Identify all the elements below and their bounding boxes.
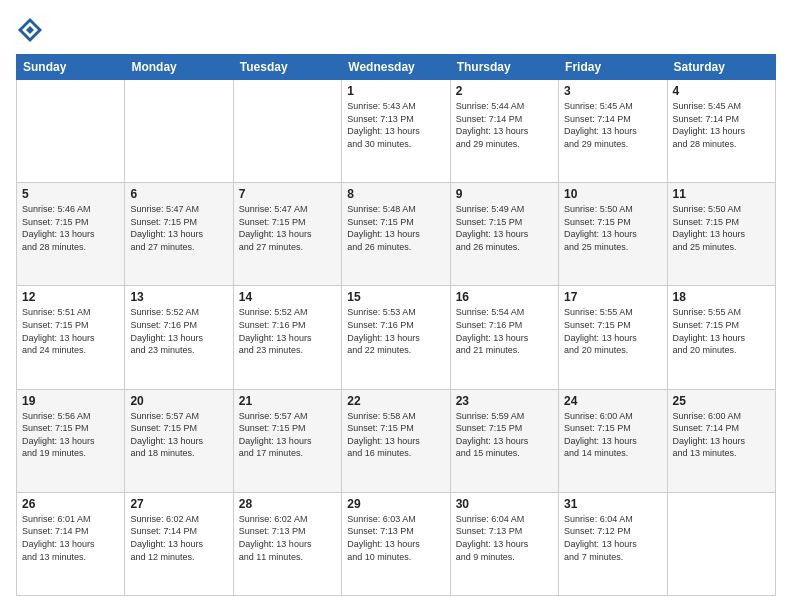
day-info: Sunrise: 5:47 AM Sunset: 7:15 PM Dayligh… xyxy=(239,203,336,253)
weekday-header-monday: Monday xyxy=(125,55,233,80)
calendar-cell: 21Sunrise: 5:57 AM Sunset: 7:15 PM Dayli… xyxy=(233,389,341,492)
day-number: 19 xyxy=(22,394,119,408)
logo-icon xyxy=(16,16,44,44)
week-row-5: 26Sunrise: 6:01 AM Sunset: 7:14 PM Dayli… xyxy=(17,492,776,595)
calendar-cell: 27Sunrise: 6:02 AM Sunset: 7:14 PM Dayli… xyxy=(125,492,233,595)
day-info: Sunrise: 5:59 AM Sunset: 7:15 PM Dayligh… xyxy=(456,410,553,460)
weekday-header-sunday: Sunday xyxy=(17,55,125,80)
calendar-cell: 1Sunrise: 5:43 AM Sunset: 7:13 PM Daylig… xyxy=(342,80,450,183)
page: SundayMondayTuesdayWednesdayThursdayFrid… xyxy=(0,0,792,612)
day-info: Sunrise: 6:03 AM Sunset: 7:13 PM Dayligh… xyxy=(347,513,444,563)
day-info: Sunrise: 6:04 AM Sunset: 7:12 PM Dayligh… xyxy=(564,513,661,563)
calendar-cell: 25Sunrise: 6:00 AM Sunset: 7:14 PM Dayli… xyxy=(667,389,775,492)
calendar-cell xyxy=(667,492,775,595)
day-number: 11 xyxy=(673,187,770,201)
calendar-cell: 16Sunrise: 5:54 AM Sunset: 7:16 PM Dayli… xyxy=(450,286,558,389)
calendar-cell: 22Sunrise: 5:58 AM Sunset: 7:15 PM Dayli… xyxy=(342,389,450,492)
calendar-cell: 15Sunrise: 5:53 AM Sunset: 7:16 PM Dayli… xyxy=(342,286,450,389)
weekday-header-row: SundayMondayTuesdayWednesdayThursdayFrid… xyxy=(17,55,776,80)
calendar-cell xyxy=(233,80,341,183)
day-info: Sunrise: 6:01 AM Sunset: 7:14 PM Dayligh… xyxy=(22,513,119,563)
calendar-cell: 10Sunrise: 5:50 AM Sunset: 7:15 PM Dayli… xyxy=(559,183,667,286)
day-number: 12 xyxy=(22,290,119,304)
calendar-cell: 2Sunrise: 5:44 AM Sunset: 7:14 PM Daylig… xyxy=(450,80,558,183)
calendar: SundayMondayTuesdayWednesdayThursdayFrid… xyxy=(16,54,776,596)
day-info: Sunrise: 5:55 AM Sunset: 7:15 PM Dayligh… xyxy=(673,306,770,356)
day-number: 16 xyxy=(456,290,553,304)
day-info: Sunrise: 6:00 AM Sunset: 7:15 PM Dayligh… xyxy=(564,410,661,460)
day-number: 30 xyxy=(456,497,553,511)
week-row-4: 19Sunrise: 5:56 AM Sunset: 7:15 PM Dayli… xyxy=(17,389,776,492)
calendar-cell: 6Sunrise: 5:47 AM Sunset: 7:15 PM Daylig… xyxy=(125,183,233,286)
day-info: Sunrise: 5:53 AM Sunset: 7:16 PM Dayligh… xyxy=(347,306,444,356)
day-number: 18 xyxy=(673,290,770,304)
day-info: Sunrise: 5:45 AM Sunset: 7:14 PM Dayligh… xyxy=(673,100,770,150)
day-info: Sunrise: 5:43 AM Sunset: 7:13 PM Dayligh… xyxy=(347,100,444,150)
day-number: 6 xyxy=(130,187,227,201)
calendar-cell xyxy=(125,80,233,183)
day-info: Sunrise: 5:46 AM Sunset: 7:15 PM Dayligh… xyxy=(22,203,119,253)
calendar-cell: 20Sunrise: 5:57 AM Sunset: 7:15 PM Dayli… xyxy=(125,389,233,492)
day-number: 1 xyxy=(347,84,444,98)
weekday-header-tuesday: Tuesday xyxy=(233,55,341,80)
day-number: 23 xyxy=(456,394,553,408)
calendar-cell: 30Sunrise: 6:04 AM Sunset: 7:13 PM Dayli… xyxy=(450,492,558,595)
calendar-cell: 19Sunrise: 5:56 AM Sunset: 7:15 PM Dayli… xyxy=(17,389,125,492)
day-number: 8 xyxy=(347,187,444,201)
calendar-cell: 9Sunrise: 5:49 AM Sunset: 7:15 PM Daylig… xyxy=(450,183,558,286)
week-row-2: 5Sunrise: 5:46 AM Sunset: 7:15 PM Daylig… xyxy=(17,183,776,286)
weekday-header-thursday: Thursday xyxy=(450,55,558,80)
day-number: 26 xyxy=(22,497,119,511)
week-row-1: 1Sunrise: 5:43 AM Sunset: 7:13 PM Daylig… xyxy=(17,80,776,183)
calendar-cell xyxy=(17,80,125,183)
day-number: 31 xyxy=(564,497,661,511)
day-info: Sunrise: 6:04 AM Sunset: 7:13 PM Dayligh… xyxy=(456,513,553,563)
calendar-cell: 29Sunrise: 6:03 AM Sunset: 7:13 PM Dayli… xyxy=(342,492,450,595)
day-number: 5 xyxy=(22,187,119,201)
day-number: 3 xyxy=(564,84,661,98)
calendar-cell: 7Sunrise: 5:47 AM Sunset: 7:15 PM Daylig… xyxy=(233,183,341,286)
calendar-cell: 11Sunrise: 5:50 AM Sunset: 7:15 PM Dayli… xyxy=(667,183,775,286)
day-number: 15 xyxy=(347,290,444,304)
day-number: 17 xyxy=(564,290,661,304)
day-number: 29 xyxy=(347,497,444,511)
day-info: Sunrise: 5:44 AM Sunset: 7:14 PM Dayligh… xyxy=(456,100,553,150)
day-info: Sunrise: 6:02 AM Sunset: 7:13 PM Dayligh… xyxy=(239,513,336,563)
day-number: 7 xyxy=(239,187,336,201)
day-info: Sunrise: 5:50 AM Sunset: 7:15 PM Dayligh… xyxy=(673,203,770,253)
calendar-cell: 3Sunrise: 5:45 AM Sunset: 7:14 PM Daylig… xyxy=(559,80,667,183)
day-info: Sunrise: 5:57 AM Sunset: 7:15 PM Dayligh… xyxy=(130,410,227,460)
day-number: 13 xyxy=(130,290,227,304)
calendar-cell: 13Sunrise: 5:52 AM Sunset: 7:16 PM Dayli… xyxy=(125,286,233,389)
day-number: 4 xyxy=(673,84,770,98)
day-number: 21 xyxy=(239,394,336,408)
week-row-3: 12Sunrise: 5:51 AM Sunset: 7:15 PM Dayli… xyxy=(17,286,776,389)
day-number: 24 xyxy=(564,394,661,408)
calendar-cell: 23Sunrise: 5:59 AM Sunset: 7:15 PM Dayli… xyxy=(450,389,558,492)
day-info: Sunrise: 5:45 AM Sunset: 7:14 PM Dayligh… xyxy=(564,100,661,150)
weekday-header-friday: Friday xyxy=(559,55,667,80)
day-number: 27 xyxy=(130,497,227,511)
day-number: 28 xyxy=(239,497,336,511)
day-info: Sunrise: 5:49 AM Sunset: 7:15 PM Dayligh… xyxy=(456,203,553,253)
day-info: Sunrise: 5:54 AM Sunset: 7:16 PM Dayligh… xyxy=(456,306,553,356)
day-info: Sunrise: 5:48 AM Sunset: 7:15 PM Dayligh… xyxy=(347,203,444,253)
day-info: Sunrise: 5:57 AM Sunset: 7:15 PM Dayligh… xyxy=(239,410,336,460)
weekday-header-saturday: Saturday xyxy=(667,55,775,80)
day-info: Sunrise: 5:58 AM Sunset: 7:15 PM Dayligh… xyxy=(347,410,444,460)
day-info: Sunrise: 5:51 AM Sunset: 7:15 PM Dayligh… xyxy=(22,306,119,356)
calendar-cell: 14Sunrise: 5:52 AM Sunset: 7:16 PM Dayli… xyxy=(233,286,341,389)
header xyxy=(16,16,776,44)
calendar-cell: 26Sunrise: 6:01 AM Sunset: 7:14 PM Dayli… xyxy=(17,492,125,595)
calendar-cell: 5Sunrise: 5:46 AM Sunset: 7:15 PM Daylig… xyxy=(17,183,125,286)
day-info: Sunrise: 6:02 AM Sunset: 7:14 PM Dayligh… xyxy=(130,513,227,563)
day-number: 10 xyxy=(564,187,661,201)
calendar-cell: 18Sunrise: 5:55 AM Sunset: 7:15 PM Dayli… xyxy=(667,286,775,389)
calendar-cell: 24Sunrise: 6:00 AM Sunset: 7:15 PM Dayli… xyxy=(559,389,667,492)
day-info: Sunrise: 5:55 AM Sunset: 7:15 PM Dayligh… xyxy=(564,306,661,356)
day-number: 9 xyxy=(456,187,553,201)
weekday-header-wednesday: Wednesday xyxy=(342,55,450,80)
day-info: Sunrise: 5:56 AM Sunset: 7:15 PM Dayligh… xyxy=(22,410,119,460)
day-info: Sunrise: 5:50 AM Sunset: 7:15 PM Dayligh… xyxy=(564,203,661,253)
calendar-cell: 4Sunrise: 5:45 AM Sunset: 7:14 PM Daylig… xyxy=(667,80,775,183)
